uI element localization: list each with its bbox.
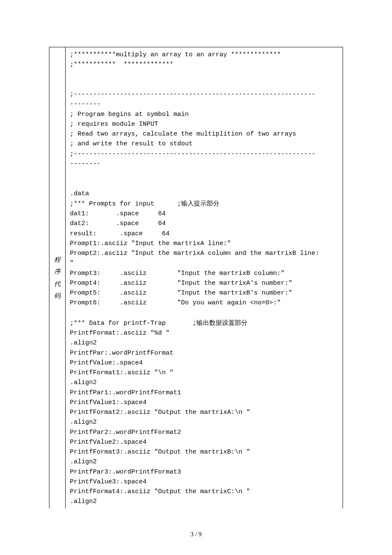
code-content-cell: ;***********multiply an array to an arra… bbox=[66, 47, 343, 509]
code-line: Prompt2:.asciiz "Input the martrixA colu… bbox=[70, 249, 338, 258]
code-line bbox=[70, 179, 338, 188]
code-line: .align2 bbox=[70, 497, 338, 506]
code-line: ; requires module INPUT bbox=[70, 119, 338, 129]
code-line: ;*********** ************* bbox=[70, 60, 338, 69]
code-line: Prompt6: .asciiz "Do you want again <no=… bbox=[70, 298, 338, 308]
code-line: dat1: .space 64 bbox=[70, 209, 338, 219]
code-line: -------- bbox=[70, 99, 338, 109]
code-line: PrintfPar2:.wordPrintfFormat2 bbox=[70, 428, 338, 437]
code-line bbox=[70, 80, 338, 90]
code-line: Prompt1:.asciiz "Input the martrixA line… bbox=[70, 239, 338, 249]
code-line: PrintfValue2:.space4 bbox=[70, 437, 338, 447]
code-line: .align2 bbox=[70, 338, 338, 348]
label-char: 程 bbox=[54, 254, 61, 266]
code-line: ;*** Prompts for input ;输入提示部分 bbox=[70, 199, 338, 209]
code-line: result: .space 64 bbox=[70, 229, 338, 239]
code-line: ;***********multiply an array to an arra… bbox=[70, 50, 338, 60]
code-line: ;*** Data for printf-Trap ;输出数据设置部分 bbox=[70, 318, 338, 328]
code-line: PrintfValue3:.space4 bbox=[70, 477, 338, 487]
code-line: ; Read two arrays, calculate the multipl… bbox=[70, 129, 338, 139]
code-line: PrintfValue1:.space4 bbox=[70, 398, 338, 408]
label-char: 序 bbox=[54, 266, 61, 278]
code-line: PrintfValue:.space4 bbox=[70, 358, 338, 368]
code-line: Prompt3: .asciiz "Input the martrixB col… bbox=[70, 269, 338, 278]
code-line: .data bbox=[70, 189, 338, 199]
code-line: Prompt5: .asciiz "Input the martrixB's n… bbox=[70, 288, 338, 298]
code-line: " bbox=[70, 258, 338, 268]
document-page: 程 序 代 码 ;***********multiply an array to… bbox=[0, 0, 392, 509]
label-char: 代 bbox=[54, 278, 61, 290]
code-line: ;---------------------------------------… bbox=[70, 90, 338, 99]
code-line: .align2 bbox=[70, 457, 338, 467]
code-line: .align2 bbox=[70, 378, 338, 387]
code-line: ; Program begins at symbol main bbox=[70, 110, 338, 119]
code-line bbox=[70, 308, 338, 318]
code-line: PrintfFormat3:.asciiz "Output the martri… bbox=[70, 447, 338, 457]
code-line: PrintfFormat4:.asciiz "Output the martri… bbox=[70, 487, 338, 497]
row-label-cell: 程 序 代 码 bbox=[49, 47, 66, 509]
code-line: Prompt4: .asciiz "Input the martrixA's n… bbox=[70, 278, 338, 288]
code-line: PrintfFormat2:.asciiz "Output the martri… bbox=[70, 408, 338, 417]
code-line: ;---------------------------------------… bbox=[70, 149, 338, 159]
code-line: PrintfPar1:.wordPrintfFormat1 bbox=[70, 388, 338, 398]
code-line bbox=[70, 169, 338, 179]
label-char: 码 bbox=[54, 290, 61, 302]
code-table: 程 序 代 码 ;***********multiply an array to… bbox=[49, 47, 343, 509]
code-line: dat2: .space 64 bbox=[70, 219, 338, 228]
code-line bbox=[70, 70, 338, 80]
code-line: ; and write the result to stdout bbox=[70, 139, 338, 149]
code-line: PrintfFormat:.asciiz "%d " bbox=[70, 328, 338, 338]
code-line: PrintfFormat1:.asciiz "\n " bbox=[70, 368, 338, 378]
code-line: .align2 bbox=[70, 417, 338, 427]
code-line: PrintfPar:.wordPrintfFormat bbox=[70, 348, 338, 358]
code-line: PrintfPar3:.wordPrintfFormat3 bbox=[70, 467, 338, 477]
page-number: 3 / 9 bbox=[0, 531, 392, 538]
code-line: -------- bbox=[70, 159, 338, 169]
